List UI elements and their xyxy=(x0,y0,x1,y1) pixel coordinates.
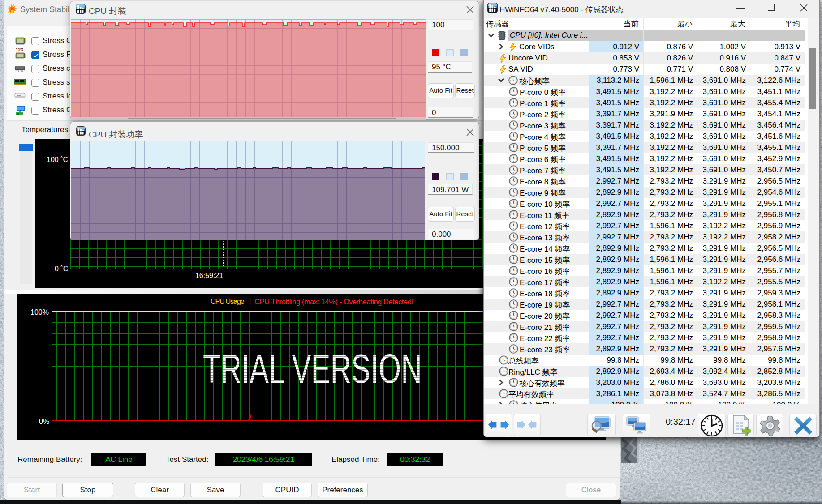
svg-text:123: 123 xyxy=(16,47,23,52)
